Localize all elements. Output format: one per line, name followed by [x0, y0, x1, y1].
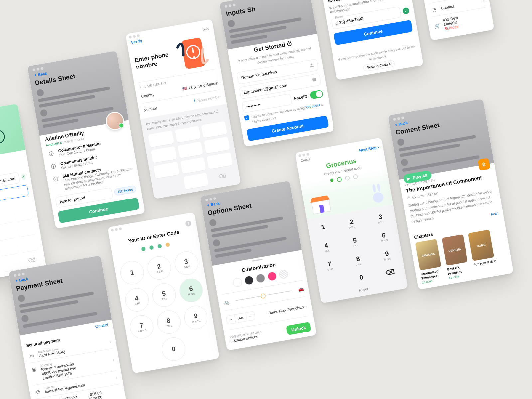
- email-valid-icon: ✓: [21, 173, 26, 180]
- phone-valid-icon: ✓: [402, 7, 410, 14]
- svg-point-17: [372, 184, 376, 193]
- keypad-key[interactable]: [180, 157, 206, 174]
- keypad-key[interactable]: [0, 241, 18, 256]
- date: 31 Dec: [427, 191, 439, 197]
- mail-icon: [312, 77, 317, 83]
- svg-rect-10: [55, 179, 56, 180]
- info-icon: [49, 162, 58, 171]
- keypad-key[interactable]: [151, 146, 177, 163]
- numpad-key[interactable]: 3DEF: [173, 250, 200, 277]
- keypad-key[interactable]: [2, 256, 21, 272]
- faceid-toggle[interactable]: [310, 90, 324, 99]
- svg-point-5: [51, 152, 51, 153]
- keypad-key[interactable]: [153, 162, 179, 179]
- number-label: Number: [143, 106, 157, 112]
- verify-link[interactable]: Verify: [131, 38, 142, 45]
- delete-button[interactable]: 🗑: [478, 158, 491, 171]
- back-button[interactable]: Back: [14, 277, 28, 283]
- numpad-key[interactable]: 1: [119, 259, 146, 286]
- svg-point-8: [53, 165, 54, 166]
- back-button[interactable]: Back: [206, 201, 220, 208]
- font-stepper[interactable]: +Aa−: [226, 311, 256, 325]
- svg-rect-7: [53, 166, 54, 168]
- keypad-key[interactable]: [177, 141, 203, 158]
- duration: ⏱45 mins: [407, 194, 424, 200]
- keypad-key[interactable]: [201, 121, 227, 138]
- car-icon: 🚗: [297, 286, 304, 292]
- country-label: Country: [141, 92, 155, 99]
- poster-label: ROME: [476, 243, 486, 248]
- numpad-key[interactable]: 5JKL: [150, 282, 178, 309]
- numpad-key[interactable]: 7PQRS: [128, 313, 155, 340]
- cancel-link[interactable]: Cancel: [300, 157, 312, 163]
- country-value[interactable]: 🇺🇸 +1 (United States): [182, 81, 219, 91]
- backspace-icon[interactable]: ⌫: [209, 168, 235, 185]
- user-icon: [309, 63, 315, 69]
- trash-icon: 🗑: [481, 161, 487, 167]
- number-input[interactable]: Phone number: [194, 95, 221, 104]
- chevron-left-icon: [33, 73, 37, 77]
- numpad-key[interactable]: 6MNO: [178, 277, 205, 304]
- back-button[interactable]: Back: [33, 71, 47, 78]
- chapter-card[interactable]: VENEZIA Best UX Practices 11 mins: [442, 234, 472, 280]
- verify-title: Enter phone nombre: [134, 51, 171, 70]
- keypad-key[interactable]: [148, 131, 174, 148]
- font-value[interactable]: Times New Francisco: [267, 305, 304, 315]
- svg-rect-4: [51, 153, 52, 155]
- slider-thumb[interactable]: [260, 293, 266, 299]
- bike-icon: 🚲: [223, 299, 230, 306]
- unlock-button[interactable]: Unlock: [286, 322, 311, 335]
- clock-icon: ⏱: [407, 196, 411, 200]
- back-button[interactable]: Back: [394, 120, 408, 127]
- keypad-key[interactable]: [19, 237, 38, 253]
- verify-card: Verify Skip Enter phone nombre: [125, 19, 241, 199]
- svg-point-18: [377, 183, 381, 192]
- keypad-key[interactable]: [207, 152, 233, 169]
- info-icon: [51, 175, 60, 184]
- bunny-illustration: [367, 179, 388, 205]
- svg-point-11: [55, 178, 56, 178]
- content-card: Back Content Sheet ▶ Play All 🗑 EPISODE …: [388, 99, 514, 290]
- numpad-key[interactable]: 2ABC: [146, 254, 173, 282]
- info-icon: [47, 149, 56, 158]
- card-icon: ▭: [27, 351, 36, 360]
- full-link[interactable]: Full l: [491, 211, 499, 217]
- payment-card: Back Payment Sheet Cancel Secured paymen…: [8, 255, 127, 399]
- box-icon: ▣: [427, 0, 436, 0]
- box-icon: ▣: [30, 365, 39, 374]
- numpad-key[interactable]: 0: [160, 335, 187, 363]
- play-icon: ▶: [406, 176, 410, 181]
- options-card: Back Options Sheet Customization 🚲: [200, 181, 317, 351]
- chevron-left-icon: [206, 203, 210, 207]
- keypad-key[interactable]: [0, 209, 13, 225]
- skip-link[interactable]: Skip: [202, 26, 210, 32]
- keypad-key[interactable]: [183, 173, 209, 190]
- chapter-card[interactable]: JAMAICA Guaranteed Timesaver 16 mins: [415, 239, 446, 284]
- keypad-key[interactable]: [204, 137, 230, 154]
- numpad-key[interactable]: 8TUV: [155, 309, 183, 336]
- keypad-key[interactable]: [175, 126, 200, 143]
- user-icon: ◔: [34, 387, 43, 396]
- svg-point-1: [0, 129, 5, 144]
- chapter-card[interactable]: ROME For Your iOS P: [468, 229, 499, 275]
- user-icon: ◔: [430, 5, 439, 14]
- phone-field-label: Phone: [334, 14, 345, 19]
- hours-badge: 150 hours: [114, 185, 137, 196]
- phone-illustration: [170, 32, 219, 74]
- poster-label: VENEZIA: [448, 247, 461, 253]
- keypad-key[interactable]: [0, 225, 16, 241]
- numpad-key[interactable]: 4GHI: [123, 286, 151, 314]
- backspace-icon[interactable]: ⌫: [22, 253, 41, 268]
- agree-checkbox[interactable]: ✓: [244, 115, 249, 120]
- details-card: Back Details Sheet Adeline O'Reilly AVAI…: [27, 51, 145, 229]
- keypad-key[interactable]: [14, 206, 33, 221]
- grabber-icon[interactable]: [252, 259, 263, 262]
- shop-illustration: [307, 188, 337, 216]
- cart-icon: 🛒: [433, 21, 442, 30]
- grocerius-card: Cancel Next Step › Grocerius Create your…: [295, 138, 408, 303]
- bike-illustration: [0, 115, 11, 151]
- numpad-key[interactable]: 9WXYZ: [182, 304, 209, 331]
- secured-card: Secured payment ▭Raiffeisen Bank› ▣Shipp…: [417, 0, 494, 41]
- agree-link[interactable]: iOS toolkit: [305, 103, 320, 109]
- keypad-key[interactable]: [16, 221, 36, 237]
